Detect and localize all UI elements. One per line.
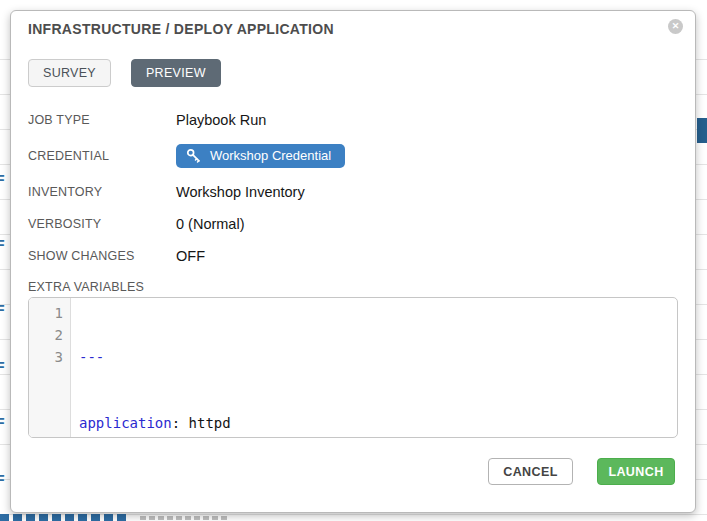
line-number: 1 xyxy=(29,302,63,324)
code-line: --- xyxy=(79,346,677,368)
modal-title: INFRASTRUCTURE / DEPLOY APPLICATION xyxy=(28,22,678,37)
background-text-fragment: F xyxy=(0,237,10,253)
show-changes-value: OFF xyxy=(176,248,205,264)
line-number: 2 xyxy=(29,324,63,346)
background-text-fragment xyxy=(0,514,128,521)
field-row-verbosity: VERBOSITY 0 (Normal) xyxy=(28,216,678,232)
inventory-value: Workshop Inventory xyxy=(176,184,305,200)
background-text-fragment xyxy=(140,516,228,520)
show-changes-label: SHOW CHANGES xyxy=(28,249,176,263)
field-row-inventory: INVENTORY Workshop Inventory xyxy=(28,184,678,200)
background-text-fragment: F xyxy=(0,472,10,488)
key-icon xyxy=(186,148,201,163)
background-text-fragment: F xyxy=(0,172,10,188)
background-text-fragment: F xyxy=(0,359,10,375)
tab-preview[interactable]: PREVIEW xyxy=(131,59,221,87)
job-type-value: Playbook Run xyxy=(176,112,266,128)
credential-badge[interactable]: Workshop Credential xyxy=(176,144,345,168)
code-line: application: httpd xyxy=(79,412,677,434)
credential-label: CREDENTIAL xyxy=(28,149,176,163)
code-token: --- xyxy=(79,349,104,365)
cancel-button[interactable]: CANCEL xyxy=(488,458,573,485)
extra-variables-editor[interactable]: 1 2 3 --- application: httpd xyxy=(28,297,678,438)
background-blue-block xyxy=(697,118,707,143)
tab-survey[interactable]: SURVEY xyxy=(28,59,111,87)
extra-variables-label: EXTRA VARIABLES xyxy=(28,280,678,294)
modal-footer: CANCEL LAUNCH xyxy=(488,458,675,485)
code-token: : httpd xyxy=(172,415,231,431)
field-row-show-changes: SHOW CHANGES OFF xyxy=(28,248,678,264)
job-type-label: JOB TYPE xyxy=(28,113,176,127)
deploy-application-modal: INFRASTRUCTURE / DEPLOY APPLICATION ✕ SU… xyxy=(10,10,696,513)
credential-badge-label: Workshop Credential xyxy=(210,148,331,163)
field-row-job-type: JOB TYPE Playbook Run xyxy=(28,112,678,128)
field-list: JOB TYPE Playbook Run CREDENTIAL Worksho… xyxy=(28,112,678,264)
editor-line-numbers: 1 2 3 xyxy=(29,298,71,437)
code-token: application xyxy=(79,415,172,431)
tab-bar: SURVEY PREVIEW xyxy=(28,59,678,87)
field-row-credential: CREDENTIAL Workshop Credential xyxy=(28,144,678,168)
launch-button[interactable]: LAUNCH xyxy=(597,458,675,485)
background-text-fragment: F xyxy=(0,415,10,431)
line-number: 3 xyxy=(29,346,63,368)
verbosity-value: 0 (Normal) xyxy=(176,216,244,232)
close-icon[interactable]: ✕ xyxy=(668,19,683,34)
verbosity-label: VERBOSITY xyxy=(28,217,176,231)
background-text-fragment: F xyxy=(0,302,10,318)
inventory-label: INVENTORY xyxy=(28,185,176,199)
editor-code-area[interactable]: --- application: httpd xyxy=(71,298,677,437)
